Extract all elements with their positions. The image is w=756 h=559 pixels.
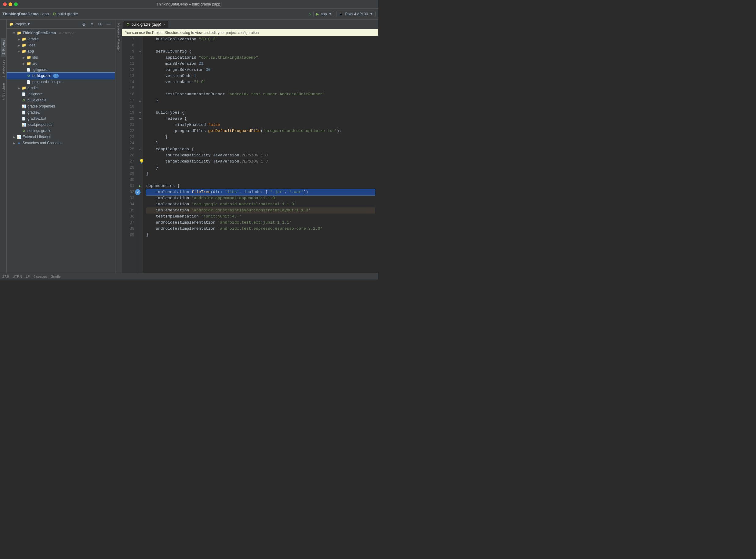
sidebar-toolbar: 📁 Project ▼ ⊕ ≡ ⚙ — (7, 20, 115, 29)
bottom-bar: 27:9 UTF-8 LF 4 spaces Gradle (0, 273, 378, 280)
code-line-28: } (146, 165, 375, 171)
code-line-22: proguardFiles getDefaultProguardFile('pr… (146, 128, 375, 134)
project-tree: ▼ 📁 ThinkingDataDemo ~/Desktop/t ▶ 📁 .gr… (7, 29, 115, 273)
bottom-encoding: UTF-8 (13, 275, 22, 278)
breadcrumb-app[interactable]: app (42, 12, 49, 16)
code-line-24: } (146, 140, 375, 146)
close-button[interactable] (3, 2, 7, 6)
sidebar-collapse-btn[interactable]: — (105, 21, 112, 27)
editor-area: ⚙ build.gradle (:app) ✕ You can use the … (122, 20, 378, 273)
fold-25[interactable]: ▽ (137, 146, 143, 152)
sidebar: 📁 Project ▼ ⊕ ≡ ⚙ — ▼ 📁 ThinkingDataDemo… (7, 20, 115, 273)
tree-item-scratches[interactable]: ▶ ● Scratches and Consoles (7, 140, 115, 146)
fold-column: ▽ △ ▽ ▽ ▽ (137, 36, 143, 273)
code-line-12: targetSdkVersion 30 (146, 67, 375, 73)
minimize-button[interactable] (8, 2, 12, 6)
tab-close-icon[interactable]: ✕ (163, 23, 165, 26)
tree-item-libs[interactable]: ▶ 📁 libs (7, 54, 115, 61)
tree-item-local-properties[interactable]: ▶ 📊 local.properties (7, 121, 115, 128)
fold-19[interactable]: ▽ (137, 110, 143, 116)
code-line-18 (146, 104, 375, 110)
code-line-37: androidTestImplementation 'androidx.test… (146, 220, 375, 226)
tab-project[interactable]: 1: Project (1, 38, 6, 57)
code-line-19: buildTypes { (146, 110, 375, 116)
code-line-23: } (146, 134, 375, 140)
code-line-13: versionCode 1 (146, 73, 375, 79)
tree-item-external-libs[interactable]: ▶ 📊 External Libraries (7, 134, 115, 140)
traffic-lights (3, 2, 18, 6)
tab-structure[interactable]: 7: Structure (1, 81, 6, 103)
device-icon: 📱 (339, 12, 343, 16)
tree-item-proguard[interactable]: ▶ 📄 proguard-rules.pro (7, 79, 115, 85)
code-line-15 (146, 85, 375, 91)
code-line-25: compileOptions { (146, 146, 375, 152)
sidebar-title: 📁 Project ▼ (9, 22, 79, 26)
editor-tab-build-gradle[interactable]: ⚙ build.gradle (:app) ✕ (123, 21, 169, 28)
tree-item-gitignore-app[interactable]: ▶ 📄 .gitignore (7, 67, 115, 73)
tree-item-src[interactable]: ▶ 📁 src (7, 61, 115, 67)
bottom-status: 27:9 (2, 275, 9, 278)
breadcrumb-file[interactable]: ⚙ build.gradle (52, 12, 78, 16)
code-line-9: defaultConfig { (146, 49, 375, 55)
sidebar-scope-btn[interactable]: ⊕ (80, 21, 88, 27)
window-title: ThinkingDataDemo – build.gradle (:app) (157, 2, 222, 6)
code-line-20: release { (146, 116, 375, 122)
line-numbers: 7 8 9 10 11 12 13 14 15 16 17 18 19 20 2… (122, 36, 137, 273)
code-editor[interactable]: 7 8 9 10 11 12 13 14 15 16 17 18 19 20 2… (122, 36, 378, 273)
run-config-label: app (321, 12, 327, 16)
tree-item-gradle-folder[interactable]: ▶ 📁 gradle (7, 85, 115, 91)
title-bar: ThinkingDataDemo – build.gradle (:app) (0, 0, 378, 8)
bottom-line-separator: LF (26, 275, 30, 278)
code-line-29: } (146, 171, 375, 177)
run-config-chevron: ▼ (328, 12, 331, 16)
code-line-16: testInstrumentationRunner "androidx.test… (146, 91, 375, 97)
tree-item-build-gradle-app[interactable]: ▶ ⚙ build.gradle 1 (7, 73, 115, 79)
tree-item-gradle-dir[interactable]: ▶ 📁 .gradle (7, 36, 115, 42)
code-line-38: androidTestImplementation 'androidx.test… (146, 226, 375, 232)
bottom-lang: Gradle (50, 275, 61, 278)
tree-item-settings-gradle[interactable]: ▶ ⚙ settings.gradle (7, 128, 115, 134)
fold-9[interactable]: ▽ (137, 49, 143, 55)
code-line-21: minifyEnabled false (146, 122, 375, 128)
tab-favorites[interactable]: 2: Favorites (1, 58, 6, 80)
code-line-33: implementation 'androidx.appcompat:appco… (146, 195, 375, 201)
device-selector[interactable]: 📱 Pixel 4 API 30 ▼ (336, 11, 375, 17)
tree-item-gradlew[interactable]: ▶ 📄 gradlew (7, 109, 115, 115)
code-line-10: applicationId "com.sw.thinkingdatademo" (146, 55, 375, 61)
line-32-number-badge: 2 (135, 189, 140, 195)
sidebar-gear-btn[interactable]: ⚙ (96, 21, 104, 27)
code-line-17: } (146, 97, 375, 104)
tree-item-root[interactable]: ▼ 📁 ThinkingDataDemo ~/Desktop/t (7, 30, 115, 36)
tab-label: build.gradle (:app) (132, 22, 161, 27)
code-line-34: implementation 'com.google.android.mater… (146, 201, 375, 207)
fold-17[interactable]: △ (137, 97, 143, 104)
left-sidebar-tabs: 1: Project 2: Favorites 7: Structure (0, 20, 7, 273)
code-line-14: versionName "1.0" (146, 79, 375, 85)
code-line-30 (146, 177, 375, 183)
tab-bar: ⚙ build.gradle (:app) ✕ (122, 20, 378, 29)
fold-31[interactable]: ▶ (137, 183, 143, 189)
right-sidebar-tabs: Resource Manager (115, 20, 122, 273)
build-gradle-badge: 1 (53, 74, 59, 78)
code-content[interactable]: buildToolsVersion "30.0.2" defaultConfig… (143, 36, 378, 273)
tree-item-gradlew-bat[interactable]: ▶ 📄 gradlew.bat (7, 115, 115, 121)
run-config-selector[interactable]: ▶ app ▼ (313, 11, 334, 17)
code-line-26: sourceCompatibility JavaVersion.VERSION_… (146, 152, 375, 159)
maximize-button[interactable] (14, 2, 18, 6)
tab-resource-manager[interactable]: Resource Manager (116, 21, 121, 54)
tree-item-gitignore-root[interactable]: ▶ 📄 .gitignore (7, 91, 115, 97)
fold-20[interactable]: ▽ (137, 116, 143, 122)
info-bar: You can use the Project Structure dialog… (122, 29, 378, 36)
bottom-indent: 4 spaces (33, 275, 47, 278)
tree-item-gradle-properties[interactable]: ▶ 📊 gradle.properties (7, 103, 115, 109)
tree-item-idea[interactable]: ▶ 📁 .idea (7, 42, 115, 48)
code-line-36: testImplementation 'junit:junit:4.+' (146, 214, 375, 220)
code-line-27: 💡 targetCompatibility JavaVersion.VERSIO… (146, 159, 375, 165)
code-line-32: 2 implementation fileTree(dir: 'libs', i… (146, 189, 375, 195)
code-line-7: buildToolsVersion "30.0.2" (146, 36, 375, 42)
tree-item-app[interactable]: ▼ 📁 app (7, 48, 115, 54)
breadcrumb-root[interactable]: ThinkingDataDemo (2, 12, 39, 16)
hint-bulb-icon[interactable]: 💡 (139, 159, 144, 165)
tree-item-build-gradle-root[interactable]: ▶ ⚙ build.gradle (7, 97, 115, 103)
sidebar-settings-btn[interactable]: ≡ (89, 21, 95, 27)
